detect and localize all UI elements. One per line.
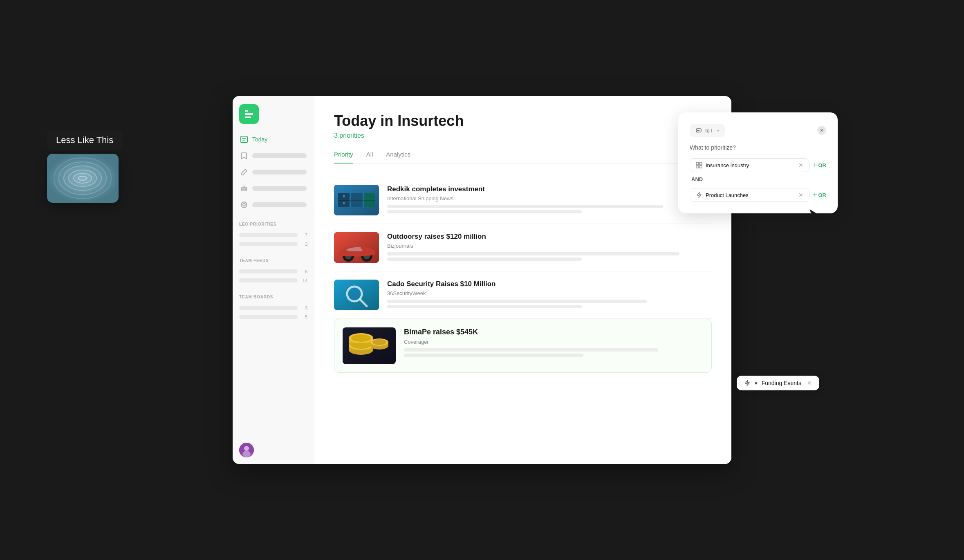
sidebar-item-skeleton <box>252 153 307 158</box>
filter-tag-row-1: Insurance industry ✕ + OR <box>690 158 826 172</box>
article-thumbnail <box>334 232 379 263</box>
iot-icon <box>695 127 702 134</box>
sidebar-section-boards: TEAM BOARDS 3 5 <box>233 295 314 321</box>
svg-point-15 <box>242 451 251 457</box>
app-logo[interactable] <box>239 104 259 124</box>
leo-feed-item[interactable]: 2 <box>239 240 307 249</box>
sidebar-item-skeleton <box>252 170 307 175</box>
leo-feed-item[interactable]: 7 <box>239 231 307 240</box>
floating-thumb-card: Less Like This <box>47 131 122 203</box>
team-feed-item[interactable]: 14 <box>239 276 307 285</box>
main-content: Today in Insurtech 3 priorities Priority… <box>314 96 731 464</box>
article-meta: Redkik completes investment Internationa… <box>387 185 712 215</box>
svg-rect-23 <box>343 195 345 197</box>
article-thumbnail <box>343 327 396 364</box>
sidebar-nav: Today <box>233 132 314 212</box>
svg-rect-55 <box>699 166 702 168</box>
iot-label: IoT <box>705 128 713 134</box>
sidebar: Today <box>233 96 314 464</box>
boards-section-title: TEAM BOARDS <box>239 295 307 299</box>
product-launches-close[interactable]: ✕ <box>798 192 803 198</box>
sidebar-item-edit[interactable] <box>236 165 311 179</box>
iot-badge[interactable]: IoT ▾ <box>690 124 725 137</box>
funding-bolt-icon <box>744 380 751 386</box>
svg-point-11 <box>241 202 247 208</box>
sidebar-item-today[interactable]: Today <box>236 132 311 147</box>
article-source: International Shipping News <box>387 195 712 202</box>
svg-rect-54 <box>696 166 699 168</box>
article-meta: Cado Security Raises $10 Million 36Secur… <box>387 280 712 310</box>
filter-card: IoT ▾ ✕ What to prioritize? Insurance in… <box>678 112 838 213</box>
tab-priority[interactable]: Priority <box>334 151 353 164</box>
svg-point-50 <box>698 130 699 131</box>
less-like-this-tooltip: Less Like This <box>47 131 122 150</box>
product-launches-tag[interactable]: Product Launches ✕ <box>690 188 809 202</box>
sidebar-item-skeleton <box>252 202 307 207</box>
svg-point-14 <box>244 446 249 451</box>
svg-rect-22 <box>338 200 375 201</box>
sidebar-item-bot[interactable] <box>236 181 311 196</box>
funding-events-tag[interactable]: ▾ Funding Events ✕ <box>737 376 819 390</box>
svg-rect-24 <box>343 202 345 204</box>
and-label: AND <box>691 176 826 182</box>
article-title: Redkik completes investment <box>387 185 712 194</box>
team-feed-item[interactable]: 8 <box>239 267 307 276</box>
sidebar-item-skeleton <box>252 186 307 191</box>
page-title: Today in Insurtech <box>334 112 712 130</box>
svg-point-33 <box>349 288 360 300</box>
article-title: Outdoorsy raises $120 million <box>387 232 712 241</box>
tab-analytics[interactable]: Analytics <box>386 151 410 164</box>
team-board-item[interactable]: 3 <box>239 303 307 312</box>
team-board-item[interactable]: 5 <box>239 312 307 321</box>
svg-point-47 <box>372 339 386 345</box>
product-launches-label: Product Launches <box>706 192 795 198</box>
article-source: 36SecurityWeek <box>387 290 712 296</box>
svg-point-12 <box>243 204 245 206</box>
feeds-section-title: TEAM FEEDS <box>239 258 307 263</box>
sidebar-section-leo: LEO PRIORITIES 7 2 <box>233 222 314 249</box>
filter-question: What to prioritize? <box>690 144 826 151</box>
article-thumbnail <box>334 280 379 310</box>
svg-rect-52 <box>696 162 699 165</box>
floating-thumbnail <box>47 154 119 203</box>
article-item[interactable]: Cado Security Raises $10 Million 36Secur… <box>334 271 712 319</box>
insurance-tag[interactable]: Insurance industry ✕ <box>690 158 809 172</box>
sidebar-item-target[interactable] <box>236 197 311 212</box>
content-tabs: Priority All Analytics <box>334 151 712 164</box>
funding-events-chevron: ▾ <box>755 380 758 386</box>
article-title: Cado Security Raises $10 Million <box>387 280 712 289</box>
sidebar-item-saved[interactable] <box>236 148 311 163</box>
funding-events-close[interactable]: ✕ <box>807 380 812 386</box>
insurance-tag-label: Insurance industry <box>706 162 795 168</box>
article-source: Coverager <box>404 339 703 345</box>
svg-rect-0 <box>47 154 119 203</box>
svg-point-10 <box>245 189 246 190</box>
filter-header: IoT ▾ ✕ <box>690 124 826 137</box>
add-or-button-2[interactable]: + OR <box>813 191 826 199</box>
article-item[interactable]: Redkik completes investment Internationa… <box>334 177 712 224</box>
funding-events-label: Funding Events <box>762 380 801 386</box>
article-thumbnail <box>334 185 379 215</box>
svg-rect-53 <box>699 162 702 165</box>
filter-close-button[interactable]: ✕ <box>817 126 826 135</box>
article-meta: Outdoorsy raises $120 million Bizjournal… <box>387 232 712 263</box>
page-subtitle: 3 priorities <box>334 132 712 139</box>
article-item[interactable]: Outdoorsy raises $120 million Bizjournal… <box>334 224 712 271</box>
svg-point-9 <box>243 189 244 190</box>
sidebar-today-label: Today <box>252 136 267 143</box>
sidebar-section-feeds: TEAM FEEDS 8 14 <box>233 258 314 285</box>
article-source: Bizjournals <box>387 243 712 249</box>
bolt-icon <box>696 192 702 198</box>
layout-icon <box>696 162 702 168</box>
svg-point-43 <box>351 334 371 342</box>
tab-all[interactable]: All <box>366 151 373 164</box>
add-or-button-1[interactable]: + OR <box>813 161 826 170</box>
iot-chevron: ▾ <box>717 128 719 133</box>
filter-tag-row-2: Product Launches ✕ + OR <box>690 188 826 202</box>
cursor-arrow <box>809 208 817 220</box>
user-avatar[interactable] <box>233 436 314 464</box>
article-item-highlighted[interactable]: BimaPe raises $545K Coverager <box>334 319 712 373</box>
leo-section-title: LEO PRIORITIES <box>239 222 307 226</box>
svg-point-49 <box>697 130 698 131</box>
insurance-tag-close[interactable]: ✕ <box>798 162 803 168</box>
